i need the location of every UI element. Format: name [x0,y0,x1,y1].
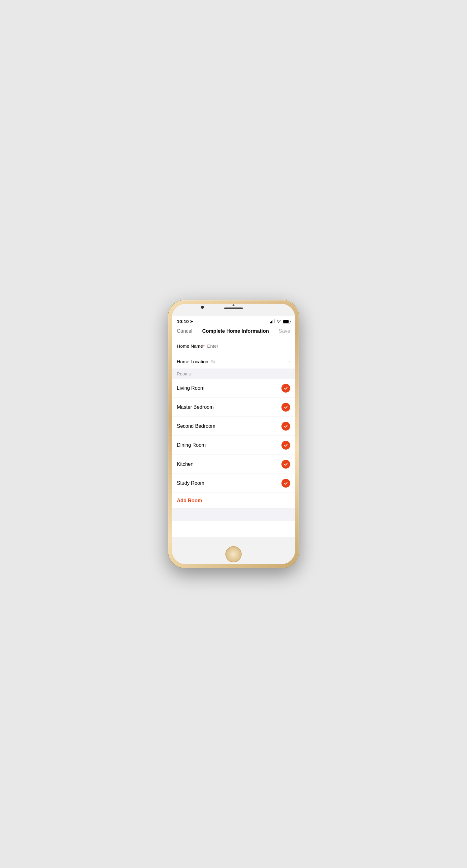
status-icons [270,319,290,324]
add-room-label: Add Room [177,498,202,503]
room-check-icon [281,384,290,393]
chevron-right-icon: › [289,359,290,364]
form-content: Home Name* Home Location Set › Rooms: [172,338,295,537]
room-check-icon [281,479,290,488]
save-button[interactable]: Save [279,329,290,334]
location-arrow-icon: ➤ [190,319,193,324]
room-name-label: Dining Room [177,442,281,448]
room-name-label: Living Room [177,385,281,391]
signal-icon [270,319,275,323]
room-item-kitchen[interactable]: Kitchen [172,455,295,474]
home-name-section: Home Name* [172,338,295,354]
wifi-icon [276,319,281,324]
dot-sensor [233,304,234,306]
home-location-label: Home Location [177,359,208,364]
page-title: Complete Home Information [202,329,269,334]
room-check-icon [281,441,290,450]
home-name-label: Home Name* [177,343,205,349]
phone-device: 10:10 ➤ [168,300,299,568]
nav-bar: Cancel Complete Home Information Save [172,325,295,338]
room-name-label: Master Bedroom [177,404,281,410]
room-item-master-bedroom[interactable]: Master Bedroom [172,398,295,417]
room-check-icon [281,403,290,411]
room-name-label: Kitchen [177,461,281,467]
room-check-icon [281,422,290,431]
add-room-button[interactable]: Add Room [172,493,295,509]
rooms-list: Living Room Master Bedroom [172,379,295,493]
cancel-button[interactable]: Cancel [177,329,192,334]
battery-icon [283,320,290,323]
room-check-icon [281,460,290,469]
top-bar [224,304,243,309]
room-item-living-room[interactable]: Living Room [172,379,295,398]
home-name-input[interactable] [205,343,290,349]
phone-screen: 10:10 ➤ [172,304,295,564]
speaker [224,308,243,309]
room-name-label: Second Bedroom [177,424,281,429]
home-location-value: Set [208,359,289,364]
home-name-row: Home Name* [172,338,295,354]
screen-content: 10:10 ➤ [172,316,295,537]
room-item-study-room[interactable]: Study Room [172,474,295,493]
home-button[interactable] [225,546,242,562]
rooms-section-header: Rooms: [172,369,295,379]
room-item-second-bedroom[interactable]: Second Bedroom [172,417,295,436]
room-name-label: Study Room [177,480,281,486]
camera [201,306,204,309]
bottom-spacer [172,509,295,521]
home-location-row[interactable]: Home Location Set › [172,354,295,369]
room-item-dining-room[interactable]: Dining Room [172,436,295,455]
status-bar: 10:10 ➤ [172,316,295,325]
time-label: 10:10 [177,319,189,324]
status-time: 10:10 ➤ [177,319,193,324]
